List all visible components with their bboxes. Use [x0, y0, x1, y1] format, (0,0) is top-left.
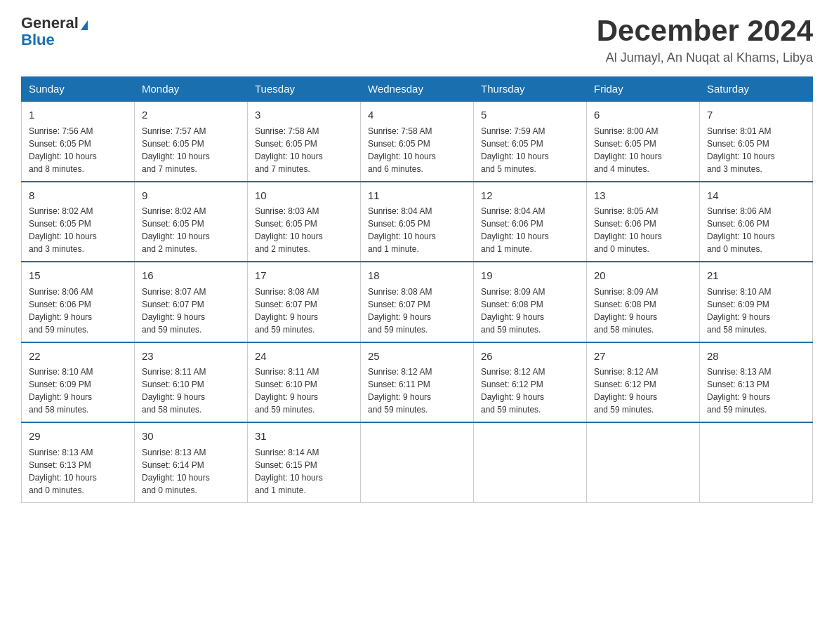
calendar-cell — [700, 422, 813, 502]
calendar-cell: 31Sunrise: 8:14 AMSunset: 6:15 PMDayligh… — [248, 422, 361, 502]
header-tuesday: Tuesday — [248, 77, 361, 102]
day-number: 2 — [142, 107, 240, 123]
day-info: Sunrise: 8:11 AMSunset: 6:10 PMDaylight:… — [142, 365, 240, 416]
day-info: Sunrise: 8:12 AMSunset: 6:12 PMDaylight:… — [594, 365, 692, 416]
day-info: Sunrise: 8:12 AMSunset: 6:11 PMDaylight:… — [368, 365, 466, 416]
day-info: Sunrise: 7:59 AMSunset: 6:05 PMDaylight:… — [481, 125, 579, 175]
day-info: Sunrise: 8:13 AMSunset: 6:13 PMDaylight:… — [707, 365, 805, 416]
day-number: 4 — [368, 107, 466, 123]
day-number: 20 — [594, 268, 692, 284]
day-info: Sunrise: 8:13 AMSunset: 6:14 PMDaylight:… — [142, 446, 240, 497]
day-number: 18 — [368, 268, 466, 284]
calendar-cell: 22Sunrise: 8:10 AMSunset: 6:09 PMDayligh… — [22, 342, 135, 423]
calendar-cell: 1Sunrise: 7:56 AMSunset: 6:05 PMDaylight… — [22, 101, 135, 182]
day-number: 24 — [255, 349, 353, 365]
week-row-4: 22Sunrise: 8:10 AMSunset: 6:09 PMDayligh… — [22, 342, 813, 423]
week-row-2: 8Sunrise: 8:02 AMSunset: 6:05 PMDaylight… — [22, 182, 813, 262]
day-number: 6 — [594, 107, 692, 123]
day-info: Sunrise: 8:07 AMSunset: 6:07 PMDaylight:… — [142, 286, 240, 336]
calendar-cell — [587, 422, 700, 502]
day-info: Sunrise: 8:06 AMSunset: 6:06 PMDaylight:… — [29, 286, 127, 336]
header-friday: Friday — [587, 77, 700, 102]
calendar-cell: 15Sunrise: 8:06 AMSunset: 6:06 PMDayligh… — [22, 262, 135, 342]
day-info: Sunrise: 8:12 AMSunset: 6:12 PMDaylight:… — [481, 365, 579, 416]
calendar-table: SundayMondayTuesdayWednesdayThursdayFrid… — [21, 76, 813, 503]
calendar-cell: 10Sunrise: 8:03 AMSunset: 6:05 PMDayligh… — [248, 182, 361, 262]
calendar-cell: 19Sunrise: 8:09 AMSunset: 6:08 PMDayligh… — [474, 262, 587, 342]
day-info: Sunrise: 8:09 AMSunset: 6:08 PMDaylight:… — [481, 286, 579, 336]
day-number: 9 — [142, 188, 240, 204]
title-area: December 2024 Al Jumayl, An Nuqat al Kha… — [597, 14, 813, 65]
calendar-cell — [474, 422, 587, 502]
day-info: Sunrise: 7:58 AMSunset: 6:05 PMDaylight:… — [255, 125, 353, 175]
day-number: 21 — [707, 268, 805, 284]
header-saturday: Saturday — [700, 77, 813, 102]
day-info: Sunrise: 8:10 AMSunset: 6:09 PMDaylight:… — [707, 286, 805, 336]
day-number: 17 — [255, 268, 353, 284]
day-info: Sunrise: 8:01 AMSunset: 6:05 PMDaylight:… — [707, 125, 805, 175]
calendar-cell: 5Sunrise: 7:59 AMSunset: 6:05 PMDaylight… — [474, 101, 587, 182]
day-number: 8 — [29, 188, 127, 204]
day-number: 13 — [594, 188, 692, 204]
day-info: Sunrise: 8:05 AMSunset: 6:06 PMDaylight:… — [594, 205, 692, 255]
calendar-cell: 16Sunrise: 8:07 AMSunset: 6:07 PMDayligh… — [135, 262, 248, 342]
day-number: 30 — [142, 429, 240, 445]
day-info: Sunrise: 8:11 AMSunset: 6:10 PMDaylight:… — [255, 365, 353, 416]
day-info: Sunrise: 8:08 AMSunset: 6:07 PMDaylight:… — [368, 286, 466, 336]
header-thursday: Thursday — [474, 77, 587, 102]
day-number: 16 — [142, 268, 240, 284]
calendar-cell: 21Sunrise: 8:10 AMSunset: 6:09 PMDayligh… — [700, 262, 813, 342]
day-number: 15 — [29, 268, 127, 284]
day-number: 3 — [255, 107, 353, 123]
logo-general-text: General — [21, 14, 79, 32]
header-row: SundayMondayTuesdayWednesdayThursdayFrid… — [22, 77, 813, 102]
calendar-cell: 29Sunrise: 8:13 AMSunset: 6:13 PMDayligh… — [22, 422, 135, 502]
day-number: 7 — [707, 107, 805, 123]
calendar-cell: 3Sunrise: 7:58 AMSunset: 6:05 PMDaylight… — [248, 101, 361, 182]
day-info: Sunrise: 8:14 AMSunset: 6:15 PMDaylight:… — [255, 446, 353, 497]
calendar-cell: 2Sunrise: 7:57 AMSunset: 6:05 PMDaylight… — [135, 101, 248, 182]
week-row-5: 29Sunrise: 8:13 AMSunset: 6:13 PMDayligh… — [22, 422, 813, 502]
day-info: Sunrise: 8:06 AMSunset: 6:06 PMDaylight:… — [707, 205, 805, 255]
day-info: Sunrise: 8:04 AMSunset: 6:05 PMDaylight:… — [368, 205, 466, 255]
logo-general-line: General — [21, 14, 88, 32]
day-number: 19 — [481, 268, 579, 284]
calendar-cell: 4Sunrise: 7:58 AMSunset: 6:05 PMDaylight… — [361, 101, 474, 182]
calendar-cell: 12Sunrise: 8:04 AMSunset: 6:06 PMDayligh… — [474, 182, 587, 262]
calendar-cell: 28Sunrise: 8:13 AMSunset: 6:13 PMDayligh… — [700, 342, 813, 423]
location-title: Al Jumayl, An Nuqat al Khams, Libya — [597, 51, 813, 65]
calendar-cell: 6Sunrise: 8:00 AMSunset: 6:05 PMDaylight… — [587, 101, 700, 182]
logo: General Blue — [21, 14, 88, 49]
month-title: December 2024 — [597, 14, 813, 48]
calendar-cell: 14Sunrise: 8:06 AMSunset: 6:06 PMDayligh… — [700, 182, 813, 262]
day-info: Sunrise: 8:10 AMSunset: 6:09 PMDaylight:… — [29, 365, 127, 416]
page-header: General Blue December 2024 Al Jumayl, An… — [21, 14, 813, 65]
calendar-cell: 8Sunrise: 8:02 AMSunset: 6:05 PMDaylight… — [22, 182, 135, 262]
calendar-cell: 18Sunrise: 8:08 AMSunset: 6:07 PMDayligh… — [361, 262, 474, 342]
calendar-cell: 11Sunrise: 8:04 AMSunset: 6:05 PMDayligh… — [361, 182, 474, 262]
calendar-cell — [361, 422, 474, 502]
week-row-3: 15Sunrise: 8:06 AMSunset: 6:06 PMDayligh… — [22, 262, 813, 342]
day-info: Sunrise: 8:00 AMSunset: 6:05 PMDaylight:… — [594, 125, 692, 175]
calendar-cell: 27Sunrise: 8:12 AMSunset: 6:12 PMDayligh… — [587, 342, 700, 423]
calendar-cell: 17Sunrise: 8:08 AMSunset: 6:07 PMDayligh… — [248, 262, 361, 342]
day-number: 31 — [255, 429, 353, 445]
day-number: 1 — [29, 107, 127, 123]
day-number: 27 — [594, 349, 692, 365]
day-number: 23 — [142, 349, 240, 365]
calendar-cell: 26Sunrise: 8:12 AMSunset: 6:12 PMDayligh… — [474, 342, 587, 423]
calendar-cell: 9Sunrise: 8:02 AMSunset: 6:05 PMDaylight… — [135, 182, 248, 262]
week-row-1: 1Sunrise: 7:56 AMSunset: 6:05 PMDaylight… — [22, 101, 813, 182]
day-info: Sunrise: 8:09 AMSunset: 6:08 PMDaylight:… — [594, 286, 692, 336]
day-number: 11 — [368, 188, 466, 204]
day-info: Sunrise: 8:02 AMSunset: 6:05 PMDaylight:… — [142, 205, 240, 255]
logo-blue-text: Blue — [21, 31, 55, 49]
logo-triangle-icon — [81, 20, 88, 30]
day-number: 26 — [481, 349, 579, 365]
day-info: Sunrise: 7:58 AMSunset: 6:05 PMDaylight:… — [368, 125, 466, 175]
day-number: 5 — [481, 107, 579, 123]
day-number: 29 — [29, 429, 127, 445]
day-info: Sunrise: 8:02 AMSunset: 6:05 PMDaylight:… — [29, 205, 127, 255]
day-number: 28 — [707, 349, 805, 365]
header-wednesday: Wednesday — [361, 77, 474, 102]
